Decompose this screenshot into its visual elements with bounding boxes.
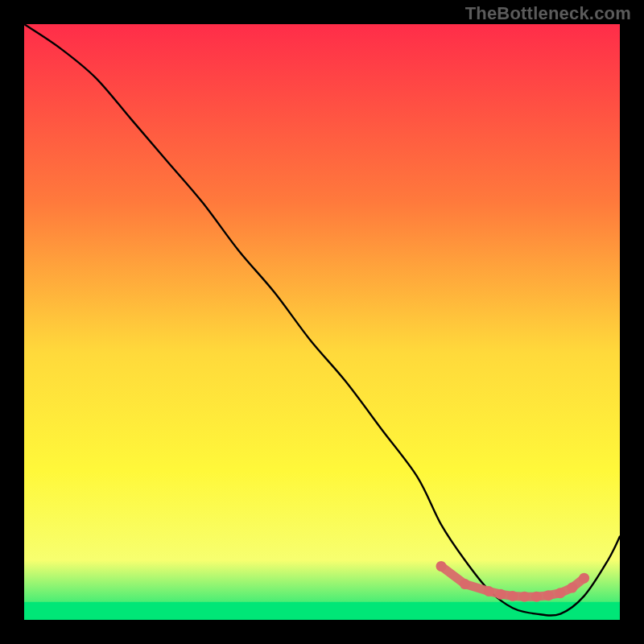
gradient-background	[24, 24, 620, 620]
optimal-range-marker	[484, 586, 494, 597]
optimal-range-marker	[519, 592, 530, 602]
optimal-range-marker	[543, 590, 554, 601]
optimal-range-marker	[555, 588, 566, 598]
optimal-green-band	[24, 602, 620, 620]
optimal-range-marker	[579, 573, 589, 584]
optimal-range-marker	[436, 561, 447, 572]
optimal-range-marker	[531, 592, 542, 602]
optimal-range-marker	[460, 579, 470, 589]
optimal-range-marker	[496, 589, 506, 600]
optimal-range-marker	[567, 583, 577, 593]
chart-frame: TheBottleneck.com	[0, 0, 644, 644]
bottleneck-chart	[0, 0, 644, 644]
optimal-range-marker	[507, 591, 518, 601]
